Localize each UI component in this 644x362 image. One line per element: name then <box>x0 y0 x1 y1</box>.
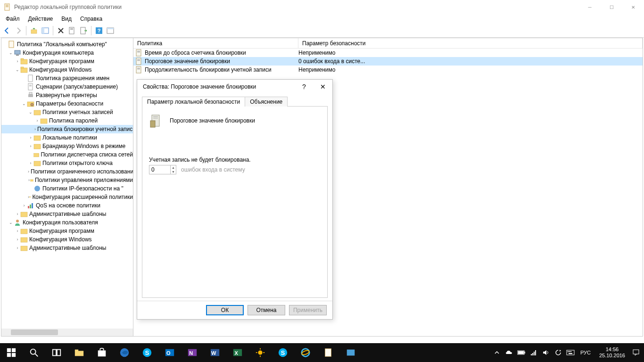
maximize-button[interactable]: ☐ <box>601 0 622 14</box>
tray-chevron-up-icon[interactable] <box>492 350 502 355</box>
tree-item[interactable]: ⌄ Конфигурация Windows <box>1 66 133 74</box>
tree-item[interactable]: › Политика паролей <box>1 116 133 125</box>
horizontal-scrollbar[interactable] <box>1 329 133 336</box>
ok-button[interactable]: ОК <box>206 305 244 315</box>
close-button[interactable]: ✕ <box>622 0 644 14</box>
chevron-down-icon[interactable]: ⌄ <box>8 50 14 55</box>
chevron-down-icon[interactable]: ⌄ <box>21 101 27 106</box>
chevron-right-icon[interactable]: › <box>15 246 20 250</box>
close-icon[interactable]: ✕ <box>314 83 332 90</box>
chevron-down-icon[interactable]: ⌄ <box>8 220 14 225</box>
tree-item[interactable]: Политики IP-безопасности на " <box>1 184 133 193</box>
menu-help[interactable]: Справка <box>76 15 106 23</box>
chevron-right-icon[interactable]: › <box>28 169 29 174</box>
tree-root[interactable]: Политика "Локальный компьютер" <box>1 40 133 49</box>
taskbar-skype-icon[interactable]: S <box>136 343 158 362</box>
back-button[interactable] <box>2 25 12 36</box>
taskbar-onenote-icon[interactable]: N <box>181 343 204 362</box>
tab-explanation[interactable]: Объяснение <box>245 97 288 107</box>
menu-action[interactable]: Действие <box>25 15 57 23</box>
tree-item[interactable]: › Конфигурация программ <box>1 227 133 235</box>
chevron-right-icon[interactable]: › <box>15 237 20 242</box>
tree-item[interactable]: Сценарии (запуск/завершение) <box>1 82 133 91</box>
tree-item[interactable]: › Административные шаблоны <box>1 210 133 218</box>
tree-item[interactable]: ⌄ Параметры безопасности <box>1 99 133 108</box>
taskbar-store-icon[interactable] <box>91 343 113 362</box>
tree-item[interactable]: ⌄ Политики учетных записей <box>1 108 133 116</box>
tree-item-selected[interactable]: › Политика блокировки учетной записи <box>1 125 133 133</box>
tree-item[interactable]: › Политики ограниченного использования <box>1 167 133 176</box>
tree-item[interactable]: Политика разрешения имен <box>1 74 133 82</box>
tree-item[interactable]: Политики диспетчера списка сетей <box>1 150 133 159</box>
properties-button[interactable] <box>67 25 77 36</box>
taskbar-skype2-icon[interactable]: S <box>272 343 294 362</box>
up-button[interactable] <box>29 25 39 36</box>
threshold-spinner[interactable]: ▲ ▼ <box>149 165 176 174</box>
tree-user-config[interactable]: ⌄ Конфигурация пользователя <box>1 218 133 227</box>
chevron-right-icon[interactable]: › <box>28 135 33 140</box>
task-view-icon[interactable] <box>45 343 68 362</box>
spinner-up-icon[interactable]: ▲ <box>171 165 176 170</box>
chevron-right-icon[interactable]: › <box>15 59 20 64</box>
chevron-down-icon[interactable]: ⌄ <box>28 110 33 115</box>
chevron-right-icon[interactable]: › <box>21 203 27 208</box>
tree-item[interactable]: › Административные шаблоны <box>1 244 133 252</box>
taskbar-app-icon[interactable] <box>339 343 362 362</box>
column-header-policy[interactable]: Политика <box>133 38 298 48</box>
tree-item[interactable]: › Локальные политики <box>1 133 133 142</box>
list-row[interactable]: Продолжительность блокировки учетной зап… <box>133 66 643 74</box>
help-button[interactable]: ? <box>94 25 104 36</box>
tree-item[interactable]: › Конфигурация Windows <box>1 235 133 244</box>
chevron-right-icon[interactable]: › <box>15 229 20 233</box>
taskbar-word-icon[interactable]: W <box>204 343 226 362</box>
taskbar-excel-icon[interactable]: X <box>226 343 249 362</box>
taskbar-outlook-icon[interactable]: O <box>158 343 181 362</box>
taskbar-explorer-icon[interactable] <box>68 343 91 362</box>
chevron-right-icon[interactable]: › <box>28 161 33 165</box>
tray-sync-icon[interactable] <box>553 349 563 356</box>
list-row-selected[interactable]: Пороговое значение блокировки 0 ошибок в… <box>133 57 643 66</box>
tray-volume-icon[interactable] <box>541 349 551 356</box>
tray-keyboard-icon[interactable] <box>565 350 576 355</box>
tray-language[interactable]: РУС <box>578 350 594 355</box>
minimize-button[interactable]: ─ <box>579 0 601 14</box>
tree-item[interactable]: › Брандмауэр Windows в режиме <box>1 142 133 150</box>
apply-button[interactable]: Применить <box>289 305 327 315</box>
tray-battery-icon[interactable] <box>516 350 527 355</box>
taskbar-weather-icon[interactable] <box>249 343 272 362</box>
help-icon[interactable]: ? <box>295 83 314 90</box>
spinner-down-icon[interactable]: ▼ <box>171 170 176 174</box>
threshold-input[interactable] <box>149 166 170 173</box>
forward-button[interactable] <box>13 25 24 36</box>
taskbar-edge-icon[interactable] <box>113 343 136 362</box>
export-button[interactable] <box>78 25 89 36</box>
chevron-right-icon[interactable]: › <box>34 118 40 123</box>
tree-item[interactable]: › QoS на основе политики <box>1 201 133 210</box>
list-row[interactable]: Время до сброса счетчика блокировки Непр… <box>133 49 643 57</box>
filter-button[interactable] <box>105 25 116 36</box>
taskbar-notepad-icon[interactable] <box>317 343 339 362</box>
chevron-right-icon[interactable]: › <box>34 127 36 132</box>
tray-network-icon[interactable] <box>528 349 539 356</box>
chevron-down-icon[interactable]: ⌄ <box>15 67 20 72</box>
tray-clock[interactable]: 14:56 25.10.2016 <box>595 346 629 359</box>
menu-file[interactable]: Файл <box>2 15 24 23</box>
chevron-right-icon[interactable]: › <box>28 144 33 148</box>
cancel-button[interactable]: Отмена <box>248 305 285 315</box>
menu-view[interactable]: Вид <box>58 15 75 23</box>
tab-local-security[interactable]: Параметр локальной безопасности <box>142 97 245 107</box>
tree-item[interactable]: › Конфигурация программ <box>1 57 133 66</box>
tree-item[interactable]: Развернутые принтеры <box>1 91 133 99</box>
tree-item[interactable]: › Конфигурация расширенной политики <box>1 193 133 201</box>
tree-item[interactable]: › Политики управления приложениями <box>1 176 133 184</box>
tray-action-center-icon[interactable] <box>631 349 641 356</box>
start-button[interactable] <box>0 343 23 362</box>
tree-computer-config[interactable]: ⌄ Конфигурация компьютера <box>1 49 133 57</box>
taskbar-ie-icon[interactable] <box>294 343 317 362</box>
search-icon[interactable] <box>23 343 45 362</box>
chevron-right-icon[interactable]: › <box>15 212 20 216</box>
tree-item[interactable]: › Политики открытого ключа <box>1 159 133 167</box>
delete-button[interactable] <box>56 25 66 36</box>
show-hide-tree-button[interactable] <box>40 25 50 36</box>
tray-onedrive-icon[interactable] <box>504 349 514 356</box>
